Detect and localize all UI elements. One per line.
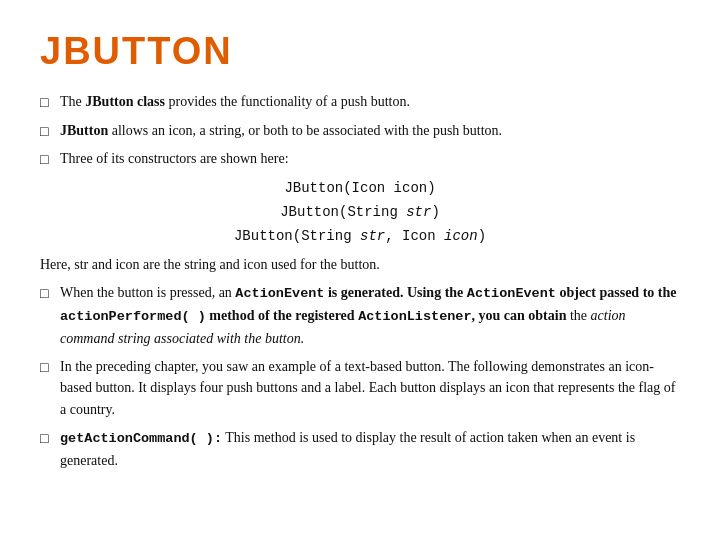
bullet-marker-5: □: [40, 357, 60, 379]
slide-container: JBUTTON □ The JButton class provides the…: [0, 0, 720, 540]
action-event-bold: ActionEvent: [235, 286, 324, 301]
bullet-marker-4: □: [40, 283, 60, 305]
action-listener-bold: ActionListener: [358, 309, 471, 324]
jbutton-bold: JButton: [60, 123, 108, 138]
constructor-code-block: JButton(Icon icon) JButton(String str) J…: [40, 177, 680, 248]
bullet-marker-2: □: [40, 121, 60, 143]
jbutton-class-bold: JButton class: [85, 94, 165, 109]
code-line-2: JButton(String str): [40, 201, 680, 225]
bullet-5: □ In the preceding chapter, you saw an e…: [40, 356, 680, 421]
bullet-1: □ The JButton class provides the functio…: [40, 91, 680, 114]
code-line-3: JButton(String str, Icon icon): [40, 225, 680, 249]
action-performed-bold: actionPerformed( ): [60, 309, 206, 324]
here-line: Here, str and icon are the string and ic…: [40, 254, 680, 276]
slide-title: JBUTTON: [40, 30, 680, 73]
code-line-1: JButton(Icon icon): [40, 177, 680, 201]
icon-italic: icon: [444, 228, 478, 244]
bullet-4: □ When the button is pressed, an ActionE…: [40, 282, 680, 350]
obj-passed-bold: object passed to the: [559, 285, 676, 300]
bullet-marker-1: □: [40, 92, 60, 114]
str-italic: str: [406, 204, 431, 220]
bullet-3: □ Three of its constructors are shown he…: [40, 148, 680, 171]
bullet-text-2: JButton allows an icon, a string, or bot…: [60, 120, 680, 142]
you-can-obtain-bold: , you can obtain: [472, 308, 567, 323]
str-italic-2: str: [360, 228, 385, 244]
bullet-text-4: When the button is pressed, an ActionEve…: [60, 282, 680, 350]
bullet-text-3: Three of its constructors are shown here…: [60, 148, 680, 170]
action-event-obj-bold: ActionEvent: [467, 286, 556, 301]
is-generated-bold: is generated. Using the: [328, 285, 463, 300]
bullet-text-6: getActionCommand( ): This method is used…: [60, 427, 680, 472]
bullet-marker-3: □: [40, 149, 60, 171]
slide-content: □ The JButton class provides the functio…: [40, 91, 680, 471]
bullet-marker-6: □: [40, 428, 60, 450]
get-action-cmd-bold: getActionCommand( ):: [60, 431, 222, 446]
bullet-6: □ getActionCommand( ): This method is us…: [40, 427, 680, 472]
bullet-text-5: In the preceding chapter, you saw an exa…: [60, 356, 680, 421]
method-of-bold: method of the registered: [209, 308, 354, 323]
bullet-text-1: The JButton class provides the functiona…: [60, 91, 680, 113]
bullet-2: □ JButton allows an icon, a string, or b…: [40, 120, 680, 143]
